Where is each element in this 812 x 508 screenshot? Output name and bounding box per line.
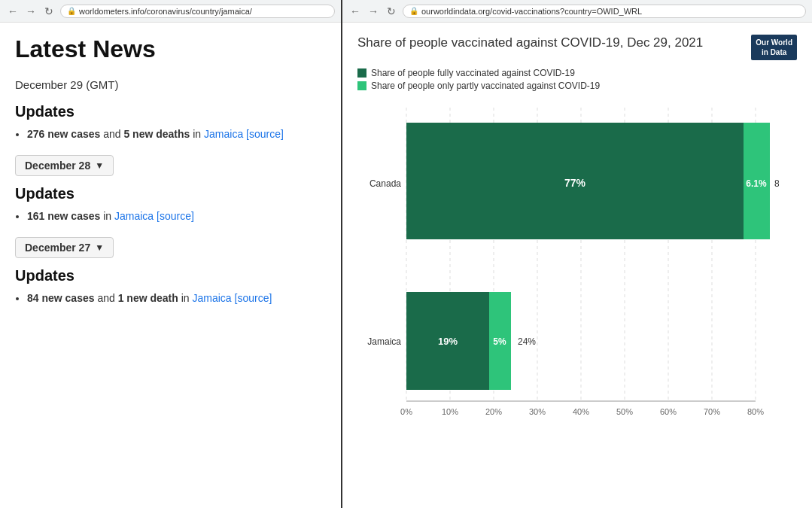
x-tick-70: 70%	[704, 407, 720, 416]
source-link-2[interactable]: [source]	[157, 210, 194, 222]
bold-deaths-1: 5 new deaths	[123, 128, 190, 140]
legend-color-full	[357, 68, 366, 78]
updates-section-dec27: Updates 84 new cases and 1 new death in …	[15, 267, 326, 304]
jamaica-link-2[interactable]: Jamaica	[114, 210, 154, 222]
x-tick-20: 20%	[485, 407, 502, 416]
jamaica-partial-label: 5%	[493, 336, 506, 347]
jamaica-link-1[interactable]: Jamaica	[204, 128, 243, 140]
content-left: Latest News December 29 (GMT) Updates 27…	[0, 23, 341, 508]
url-left: worldometers.info/coronavirus/country/ja…	[79, 7, 252, 16]
bold-cases-2: 161 new cases	[27, 210, 100, 222]
lock-icon-right: 🔒	[409, 7, 418, 15]
browser-bar-left: ← → ↻ 🔒 worldometers.info/coronavirus/co…	[0, 0, 341, 23]
update-item-dec28: 161 new cases in Jamaica [source]	[27, 210, 326, 222]
lock-icon: 🔒	[67, 7, 76, 15]
jamaica-country-label: Jamaica	[367, 336, 401, 347]
x-tick-10: 10%	[442, 407, 458, 416]
jamaica-total-label: 24%	[518, 336, 536, 347]
address-bar-right[interactable]: 🔒 ourworldindata.org/covid-vaccinations?…	[403, 5, 806, 18]
bold-deaths-3: 1 new death	[118, 292, 178, 304]
canada-partial-label: 6.1%	[746, 178, 767, 189]
page-title: Latest News	[15, 35, 326, 63]
update-item-dec29: 276 new cases and 5 new deaths in Jamaic…	[27, 128, 326, 140]
legend-item-full: Share of people fully vaccinated against…	[357, 68, 797, 78]
collapse-dec27-container: December 27 ▼	[15, 228, 326, 267]
jamaica-full-label: 19%	[438, 336, 458, 347]
collapse-dec27-label: December 27	[25, 242, 90, 254]
collapse-dec28-button[interactable]: December 28 ▼	[15, 155, 114, 176]
legend-label-partial: Share of people only partly vaccinated a…	[371, 81, 600, 91]
left-panel: ← → ↻ 🔒 worldometers.info/coronavirus/co…	[0, 0, 342, 508]
owid-line2: in Data	[756, 47, 792, 57]
updates-section-dec29: Updates 276 new cases and 5 new deaths i…	[15, 103, 326, 140]
updates-section-dec28: Updates 161 new cases in Jamaica [source…	[15, 185, 326, 222]
jamaica-link-3[interactable]: Jamaica	[192, 292, 231, 304]
chart-legend: Share of people fully vaccinated against…	[357, 68, 797, 91]
url-right: ourworldindata.org/covid-vaccinations?co…	[421, 7, 642, 16]
canada-total-label: 83%	[774, 178, 779, 189]
updates-title-3: Updates	[15, 267, 326, 284]
bold-cases-1: 276 new cases	[27, 128, 100, 140]
legend-label-full: Share of people fully vaccinated against…	[371, 68, 575, 78]
x-tick-80: 80%	[747, 407, 764, 416]
reload-button[interactable]: ↻	[42, 5, 56, 18]
back-button-right[interactable]: ←	[348, 5, 362, 18]
legend-item-partial: Share of people only partly vaccinated a…	[357, 81, 797, 91]
reload-button-right[interactable]: ↻	[385, 5, 398, 18]
update-item-dec27: 84 new cases and 1 new death in Jamaica …	[27, 292, 326, 304]
source-link-1[interactable]: [source]	[246, 128, 284, 140]
right-panel: ← → ↻ 🔒 ourworldindata.org/covid-vaccina…	[342, 0, 812, 508]
owid-line1: Our World	[756, 38, 792, 47]
chart-header: Share of people vaccinated against COVID…	[357, 35, 797, 60]
forward-button[interactable]: →	[24, 5, 38, 18]
browser-bar-right: ← → ↻ 🔒 ourworldindata.org/covid-vaccina…	[342, 0, 812, 23]
updates-title-1: Updates	[15, 103, 326, 120]
collapse-dec28-label: December 28	[25, 160, 90, 172]
updates-title-2: Updates	[15, 185, 326, 202]
chart-container: 77% 6.1% 83% Canada 19% 5% 24% Jamaica 0…	[357, 100, 779, 424]
chevron-down-icon-2: ▼	[95, 242, 104, 253]
x-tick-0: 0%	[400, 407, 412, 416]
bold-cases-3: 84 new cases	[27, 292, 95, 304]
date-primary: December 29 (GMT)	[15, 78, 326, 91]
x-tick-40: 40%	[573, 407, 589, 416]
owid-logo: Our World in Data	[751, 35, 797, 60]
canada-country-label: Canada	[370, 178, 401, 189]
chart-title: Share of people vaccinated against COVID…	[357, 35, 703, 51]
source-link-3[interactable]: [source]	[235, 292, 272, 304]
content-right: Share of people vaccinated against COVID…	[342, 23, 812, 508]
x-tick-50: 50%	[616, 407, 633, 416]
legend-color-partial	[357, 81, 366, 90]
x-tick-30: 30%	[529, 407, 546, 416]
canada-full-label: 77%	[564, 177, 586, 189]
forward-button-right[interactable]: →	[366, 5, 380, 18]
address-bar-left[interactable]: 🔒 worldometers.info/coronavirus/country/…	[60, 5, 335, 18]
chart-svg: 77% 6.1% 83% Canada 19% 5% 24% Jamaica 0…	[357, 100, 779, 424]
x-tick-60: 60%	[660, 407, 677, 416]
collapse-dec27-button[interactable]: December 27 ▼	[15, 237, 114, 258]
collapse-dec28-container: December 28 ▼	[15, 146, 326, 185]
chevron-down-icon: ▼	[95, 160, 104, 171]
back-button[interactable]: ←	[6, 5, 20, 18]
